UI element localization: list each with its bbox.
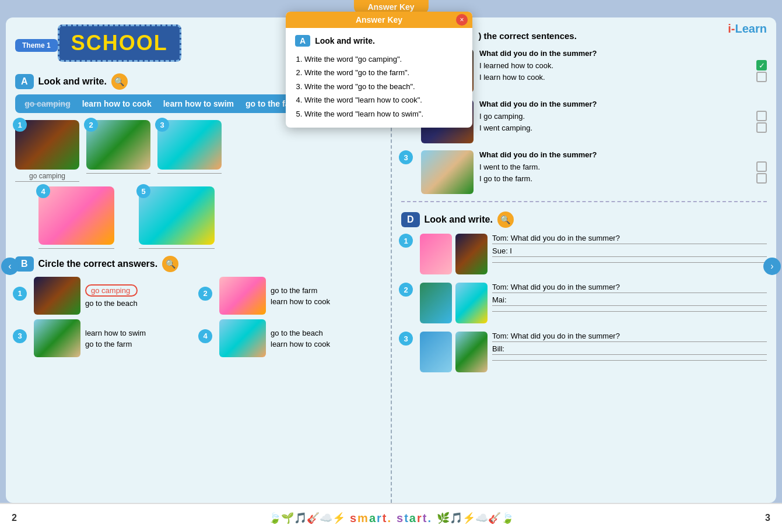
- modal-close-button[interactable]: ×: [456, 14, 468, 26]
- answer-item-modal-2: Write the word "go to the farm".: [304, 66, 463, 79]
- answer-item-modal-3: Write the word "go to the beach".: [304, 80, 463, 93]
- answer-item-modal-4: Write the word "learn how to cook".: [304, 93, 463, 107]
- answer-item-modal-1: Write the word "go camping".: [304, 52, 463, 66]
- modal-a-badge: A: [295, 35, 310, 47]
- modal-subtitle: Look and write.: [315, 36, 375, 45]
- answer-item-modal-5: Write the word "learn how to swim".: [304, 107, 463, 121]
- modal-header: Answer Key ×: [286, 12, 472, 28]
- modal-answer-list: Write the word "go camping". Write the w…: [295, 52, 463, 121]
- modal-body: A Look and write. Write the word "go cam…: [286, 28, 472, 128]
- answer-key-modal: Answer Key × A Look and write. Write the…: [286, 12, 472, 128]
- modal-overlay: Answer Key × A Look and write. Write the…: [0, 0, 782, 532]
